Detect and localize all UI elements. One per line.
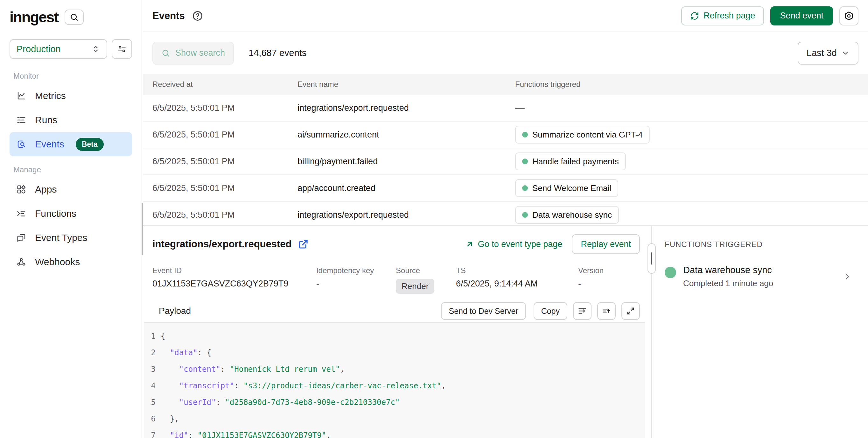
- sidebar-item-webhooks[interactable]: Webhooks: [9, 250, 132, 274]
- event-row[interactable]: 6/5/2025, 5:50:01 PMbilling/payment.fail…: [143, 148, 868, 175]
- event-detail-panel: integrations/export.requested Go to even…: [143, 225, 868, 438]
- sidebar-item-metrics[interactable]: Metrics: [9, 84, 132, 108]
- search-icon: [161, 49, 170, 58]
- meta-field-source: SourceRender: [396, 266, 456, 294]
- line-number: 7: [151, 431, 156, 438]
- app-root: inngest Production MonitorMetricsRunsEve…: [0, 0, 868, 438]
- sidebar-item-event-types[interactable]: Event Types: [9, 226, 132, 250]
- function-status-dot: [665, 267, 676, 278]
- sidebar-item-events[interactable]: EventsBeta: [9, 132, 132, 156]
- nav-section-label-manage: Manage: [13, 165, 128, 174]
- sidebar-item-runs[interactable]: Runs: [9, 108, 132, 132]
- code-text: "data": {: [161, 348, 211, 357]
- code-text: "id": "01JX1153E7GASVZC63QY2B79T9",: [161, 431, 331, 438]
- line-number: 4: [151, 381, 156, 390]
- event-row[interactable]: 6/5/2025, 5:50:01 PMintegrations/export.…: [143, 95, 868, 122]
- meta-value: 01JX1153E7GASVZC63QY2B79T9: [152, 279, 288, 288]
- event-received-at: 6/5/2025, 5:50:01 PM: [143, 210, 298, 220]
- environment-filter-button[interactable]: [112, 39, 132, 59]
- environment-selector[interactable]: Production: [9, 39, 107, 59]
- meta-value: 6/5/2025, 9:14:44 AM: [456, 279, 538, 288]
- page-header: Events Refresh page Send event: [143, 0, 868, 32]
- code-line: 6 },: [144, 411, 645, 427]
- sidebar-item-functions[interactable]: Functions: [9, 202, 132, 226]
- move-to-top-button[interactable]: [597, 302, 616, 320]
- column-header-received-at[interactable]: Received at: [143, 80, 298, 89]
- event-name: billing/payment.failed: [298, 156, 515, 167]
- help-icon[interactable]: [192, 10, 203, 22]
- code-text: {: [161, 332, 165, 341]
- code-line: 2 "data": {: [144, 344, 645, 361]
- refresh-page-button[interactable]: Refresh page: [681, 6, 764, 26]
- line-number: 5: [151, 398, 156, 407]
- event-meta-row: Event ID01JX1153E7GASVZC63QY2B79T9Idempo…: [143, 254, 651, 294]
- settings-button[interactable]: [839, 6, 859, 26]
- event-row[interactable]: 6/5/2025, 5:50:01 PMai/summarize.content…: [143, 122, 868, 148]
- chevron-right-icon: [842, 272, 852, 282]
- send-event-button[interactable]: Send event: [770, 6, 833, 26]
- function-triggered-badge[interactable]: Data warehouse sync: [515, 206, 619, 224]
- function-triggered-badge[interactable]: Handle failed payments: [515, 152, 626, 170]
- status-dot: [522, 132, 528, 138]
- lines-up-icon: [602, 306, 611, 316]
- payload-title: Payload: [159, 306, 191, 316]
- show-search-button[interactable]: Show search: [152, 42, 234, 65]
- event-row[interactable]: 6/5/2025, 5:50:01 PMintegrations/export.…: [143, 202, 868, 229]
- events-icon: [17, 139, 26, 149]
- environment-label: Production: [17, 44, 61, 54]
- function-name: Handle failed payments: [532, 156, 619, 167]
- search-icon: [70, 13, 79, 22]
- time-range-selector[interactable]: Last 3d: [798, 42, 859, 65]
- logo-row: inngest: [9, 8, 132, 26]
- no-functions-marker: —: [515, 103, 525, 113]
- code-text: "userId": "d258a90d-7d73-4eb8-909e-c2b21…: [161, 398, 400, 407]
- metrics-icon: [17, 91, 26, 100]
- event-name: ai/summarize.content: [298, 130, 515, 140]
- sidebar-item-apps[interactable]: Apps: [9, 177, 132, 202]
- event-received-at: 6/5/2025, 5:50:01 PM: [143, 156, 298, 167]
- event-types-icon: [17, 233, 26, 242]
- external-link-icon[interactable]: [298, 239, 308, 249]
- go-to-event-type-label: Go to event type page: [478, 239, 562, 249]
- refresh-icon: [690, 11, 699, 20]
- inngest-logo: inngest: [9, 8, 58, 26]
- sidebar-nav: MonitorMetricsRunsEventsBetaManageAppsFu…: [9, 71, 132, 274]
- meta-value: -: [578, 279, 581, 288]
- sidebar-item-label: Runs: [35, 115, 57, 125]
- column-header-event-name[interactable]: Event name: [298, 80, 515, 89]
- chevrons-up-down-icon: [91, 45, 100, 54]
- code-line: 4 "transcript": "s3://product-ideas/carb…: [144, 378, 645, 394]
- triggered-function-status: Completed 1 minute ago: [683, 279, 773, 288]
- triggered-function-item[interactable]: Data warehouse syncCompleted 1 minute ag…: [665, 265, 854, 288]
- copy-button[interactable]: Copy: [534, 302, 567, 320]
- payload-code-editor[interactable]: 1{2 "data": {3 "content": "Homenick Ltd …: [144, 322, 645, 438]
- events-count: 14,687 events: [248, 48, 306, 58]
- event-functions-cell: Send Welcome Email: [515, 179, 868, 197]
- beta-badge: Beta: [76, 138, 104, 151]
- function-triggered-badge[interactable]: Send Welcome Email: [515, 179, 618, 197]
- go-to-event-type-link[interactable]: Go to event type page: [465, 239, 562, 249]
- code-text: "content": "Homenick Ltd rerum vel",: [161, 365, 345, 374]
- functions-triggered-list: Data warehouse syncCompleted 1 minute ag…: [665, 265, 854, 288]
- functions-triggered-heading: FUNCTIONS TRIGGERED: [665, 240, 854, 249]
- word-wrap-button[interactable]: [573, 302, 591, 320]
- sidebar-search-button[interactable]: [65, 9, 84, 25]
- function-triggered-badge[interactable]: Summarize content via GPT-4: [515, 126, 650, 144]
- apps-icon: [17, 185, 26, 194]
- show-search-label: Show search: [175, 48, 225, 58]
- meta-label: TS: [456, 266, 578, 275]
- event-row[interactable]: 6/5/2025, 5:50:01 PMapp/account.createdS…: [143, 175, 868, 202]
- event-name: integrations/export.requested: [298, 103, 515, 113]
- detail-event-name: integrations/export.requested: [152, 238, 292, 250]
- code-line: 1{: [144, 328, 645, 344]
- line-number: 6: [151, 414, 156, 424]
- expand-button[interactable]: [621, 302, 640, 320]
- send-to-dev-server-button[interactable]: Send to Dev Server: [441, 302, 526, 320]
- event-name: integrations/export.requested: [298, 210, 515, 220]
- replay-event-button[interactable]: Replay event: [572, 234, 640, 254]
- code-line: 7 "id": "01JX1153E7GASVZC63QY2B79T9",: [144, 427, 645, 438]
- sidebar-item-label: Events: [35, 139, 64, 150]
- events-table-header: Received at Event name Functions trigger…: [143, 74, 868, 95]
- meta-field-idempotency-key: Idempotency key-: [316, 266, 396, 294]
- status-dot: [522, 158, 528, 164]
